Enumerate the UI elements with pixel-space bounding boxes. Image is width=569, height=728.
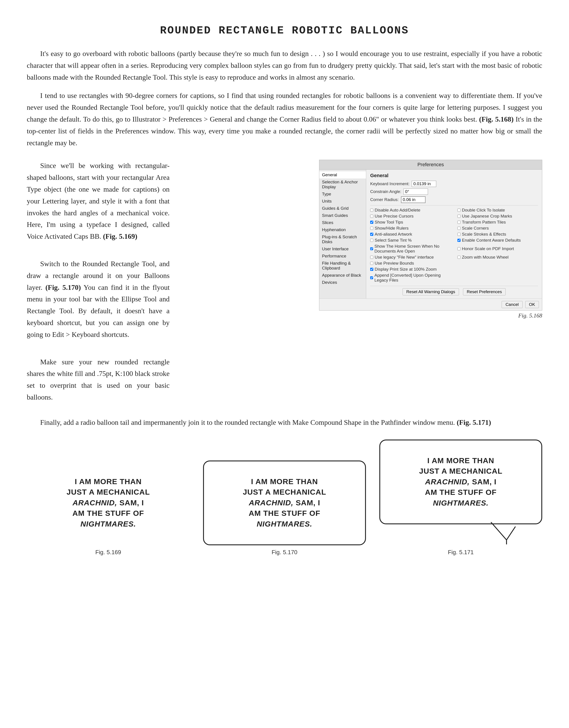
cb-show-hide-rulers-input[interactable] <box>370 227 373 230</box>
balloon-170-text: I AM MORE THANJUST A MECHANICALARACHNID,… <box>243 476 326 529</box>
balloon-tail-svg <box>489 522 520 544</box>
keyboard-increment-label: Keyboard Increment: <box>370 181 409 186</box>
sidebar-item-filehandling[interactable]: File Handling & Clipboard <box>319 260 366 272</box>
cb-anti-aliased-input[interactable] <box>370 233 373 236</box>
cb-home-screen-input[interactable] <box>370 247 373 250</box>
cb-honor-scale[interactable]: Honor Scale on PDF Import <box>457 244 538 254</box>
cb-scale-strokes[interactable]: Scale Strokes & Effects <box>457 232 538 237</box>
para3: Since we'll be working with rectangular-… <box>27 160 170 242</box>
cancel-button[interactable]: Cancel <box>502 301 522 308</box>
ok-button[interactable]: OK <box>525 301 539 308</box>
cb-zoom-mouse-input[interactable] <box>457 256 461 259</box>
cb-scale-strokes-input[interactable] <box>457 233 461 236</box>
sidebar-item-type[interactable]: Type <box>319 191 366 198</box>
cb-select-same-tint-input[interactable] <box>370 239 373 242</box>
prefs-dialog-col: Preferences General Selection & Anchor D… <box>183 160 542 319</box>
cb-japanese-crop-input[interactable] <box>457 215 461 218</box>
prefs-text-col: Since we'll be working with rectangular-… <box>27 160 170 410</box>
cb-disable-auto-add-input[interactable] <box>370 209 373 212</box>
sidebar-item-guides[interactable]: Guides & Grid <box>319 205 366 212</box>
preferences-dialog: Preferences General Selection & Anchor D… <box>319 160 542 311</box>
cb-precise-cursors-input[interactable] <box>370 215 373 218</box>
pref-section-title: General <box>370 173 538 178</box>
cb-scale-corners-input[interactable] <box>457 227 461 230</box>
cb-preview-bounds[interactable]: Use Preview Bounds <box>370 261 451 266</box>
page-title: Rounded Rectangle Robotic Balloons <box>27 18 542 37</box>
sidebar-item-appearance[interactable]: Appearance of Black <box>319 272 366 279</box>
balloon-170-box: I AM MORE THANJUST A MECHANICALARACHNID,… <box>203 460 366 545</box>
constrain-angle-label: Constrain Angle: <box>370 189 401 194</box>
sidebar-item-slices[interactable]: Slices <box>319 219 366 226</box>
sidebar-item-general[interactable]: General <box>319 171 366 178</box>
dialog-title: Preferences <box>319 160 542 170</box>
cb-content-aware[interactable]: Enable Content Aware Defaults <box>457 238 538 243</box>
prefs-figure-row: Since we'll be working with rectangular-… <box>27 160 542 410</box>
dialog-body: General Selection & Anchor Display Type … <box>319 170 542 299</box>
sidebar-item-hyphenation[interactable]: Hyphenation <box>319 226 366 233</box>
cb-zoom-mouse[interactable]: Zoom with Mouse Wheel <box>457 255 538 260</box>
constrain-angle-input[interactable] <box>403 189 428 195</box>
cb-japanese-crop[interactable]: Use Japanese Crop Marks <box>457 214 538 219</box>
cb-double-click-isolate[interactable]: Double Click To Isolate <box>457 208 538 213</box>
sidebar-item-ui[interactable]: User Interface <box>319 245 366 253</box>
fig-169-label: Fig. 5.169 <box>95 549 121 556</box>
fig-171: I AM MORE THANJUST A MECHANICALARACHNID,… <box>379 440 542 556</box>
sidebar-item-devices[interactable]: Devices <box>319 279 366 286</box>
keyboard-increment-row: Keyboard Increment: <box>370 181 538 187</box>
sidebar-item-selection[interactable]: Selection & Anchor Display <box>319 178 366 191</box>
cb-legacy-file[interactable]: Use legacy "File New" interface <box>370 255 451 260</box>
cb-scale-corners[interactable]: Scale Corners <box>457 226 538 231</box>
constrain-angle-row: Constrain Angle: <box>370 189 538 195</box>
cb-append-converted-input[interactable] <box>370 276 373 279</box>
cb-transform-pattern-input[interactable] <box>457 221 461 224</box>
para2-bold: (Fig. 5.168) <box>479 115 514 123</box>
reset-warnings-button[interactable]: Reset All Warning Dialogs <box>403 288 459 295</box>
sidebar-item-units[interactable]: Units <box>319 198 366 205</box>
fig-171-label: Fig. 5.171 <box>448 549 474 556</box>
cb-legacy-file-input[interactable] <box>370 256 373 259</box>
pref-bottom-row: Reset All Warning Dialogs Reset Preferen… <box>370 286 538 295</box>
cb-show-hide-rulers[interactable]: Show/Hide Rulers <box>370 226 451 231</box>
cb-double-click-input[interactable] <box>457 209 461 212</box>
pref-main-panel: General Keyboard Increment: Constrain An… <box>366 170 542 299</box>
cb-show-tool-tips[interactable]: Show Tool Tips <box>370 220 451 225</box>
cb-honor-scale-input[interactable] <box>457 247 461 250</box>
paragraph-1: It's easy to go overboard with robotic b… <box>27 48 542 83</box>
dialog-footer: Cancel OK <box>319 299 542 310</box>
para6: Finally, add a radio balloon tail and im… <box>27 417 542 428</box>
balloon-171-box: I AM MORE THANJUST A MECHANICALARACHNID,… <box>379 440 542 524</box>
corner-radius-label: Corner Radius: <box>370 197 399 202</box>
balloon-169-box: I AM MORE THANJUST A MECHANICALARACHNID,… <box>27 460 190 545</box>
pref-sidebar: General Selection & Anchor Display Type … <box>319 170 366 299</box>
balloon-171-text: I AM MORE THANJUST A MECHANICALARACHNID,… <box>419 455 502 508</box>
fig-169: I AM MORE THANJUST A MECHANICALARACHNID,… <box>27 460 190 556</box>
balloon-169-text: I AM MORE THANJUST A MECHANICALARACHNID,… <box>66 476 150 529</box>
cb-disable-auto-add[interactable]: Disable Auto Add/Delete <box>370 208 451 213</box>
cb-transform-pattern[interactable]: Transform Pattern Tiles <box>457 220 538 225</box>
sidebar-item-performance[interactable]: Performance <box>319 253 366 260</box>
checkboxes-grid: Disable Auto Add/Delete Double Click To … <box>370 208 538 283</box>
cb-show-tool-tips-input[interactable] <box>370 221 373 224</box>
cb-append-converted[interactable]: Append [Converted] Upon Opening Legacy F… <box>370 273 451 283</box>
sidebar-item-plugins[interactable]: Plug-ins & Scratch Disks <box>319 233 366 245</box>
balloon-figures-row: I AM MORE THANJUST A MECHANICALARACHNID,… <box>27 440 542 556</box>
cb-content-aware-input[interactable] <box>457 239 461 242</box>
cb-precise-cursors[interactable]: Use Precise Cursors <box>370 214 451 219</box>
keyboard-increment-input[interactable] <box>412 181 436 187</box>
cb-select-same-tint[interactable]: Select Same Tint % <box>370 238 451 243</box>
fig-170-label: Fig. 5.170 <box>272 549 297 556</box>
para5: Make sure your new rounded rectangle sha… <box>27 356 170 403</box>
cb-anti-aliased[interactable]: Anti-aliased Artwork <box>370 232 451 237</box>
cb-preview-bounds-input[interactable] <box>370 262 373 265</box>
corner-radius-input[interactable] <box>401 196 426 203</box>
para2-text: I tend to use rectangles with 90-degree … <box>27 91 542 123</box>
cb-display-print-input[interactable] <box>370 268 373 271</box>
fig168-label: Fig. 5.168 <box>518 312 542 319</box>
reset-preferences-button[interactable]: Reset Preferences <box>463 288 506 295</box>
paragraph-2: I tend to use rectangles with 90-degree … <box>27 90 542 149</box>
cb-home-screen[interactable]: Show The Home Screen When No Documents A… <box>370 244 451 254</box>
corner-radius-row: Corner Radius: <box>370 196 538 203</box>
cb-display-print[interactable]: Display Print Size at 100% Zoom <box>370 267 451 272</box>
sidebar-item-smart-guides[interactable]: Smart Guides <box>319 212 366 219</box>
para4: Switch to the Rounded Rectangle Tool, an… <box>27 258 170 340</box>
